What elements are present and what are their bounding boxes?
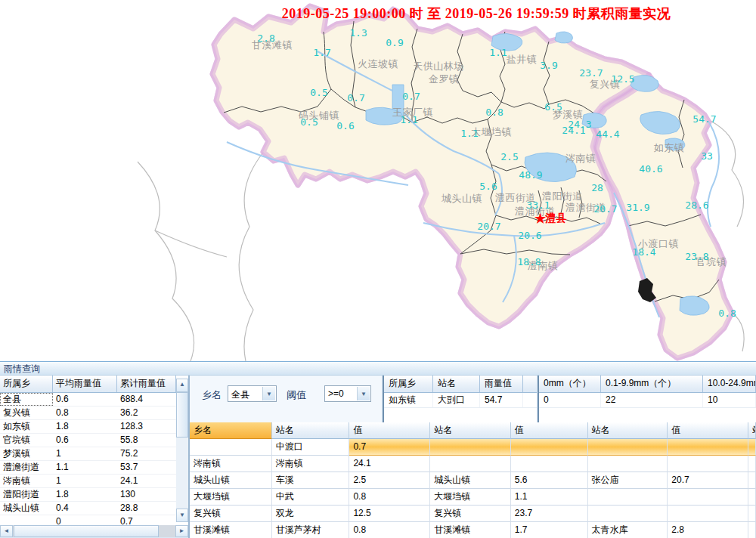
threshold-select[interactable]: >=0 ▼ <box>324 385 371 402</box>
rain-value-label: 28.6 <box>685 199 708 211</box>
cell: 24.1 <box>349 456 430 472</box>
cell <box>588 506 668 522</box>
arrow-left-icon: ◄ <box>4 527 10 534</box>
rain-value-label: 1.1 <box>400 114 417 125</box>
cell: 128.3 <box>117 420 176 433</box>
rain-value-label: 48.9 <box>519 169 542 181</box>
cell: 复兴镇 <box>0 407 53 419</box>
cell: 1 <box>53 447 117 460</box>
column-header[interactable]: 站名 <box>588 422 668 439</box>
column-header[interactable]: 乡名 <box>190 422 272 439</box>
cell: 城头山镇 <box>430 472 511 489</box>
cell: 大剅口 <box>433 393 480 407</box>
rain-value-label: 40.6 <box>639 163 662 175</box>
column-header[interactable]: 站名 <box>433 376 480 392</box>
column-header[interactable]: 0.1-9.9mm（个） <box>601 376 703 392</box>
table-row[interactable]: 涔南镇124.1 <box>0 475 188 488</box>
table-row[interactable]: 大堰垱镇中武0.8大堰垱镇1.1 <box>190 489 756 506</box>
panel-title: 雨情查询 <box>0 362 756 376</box>
table-row[interactable]: 澧澹街道1.153.7 <box>0 461 188 475</box>
table-row[interactable]: 如东镇1.8128.3 <box>0 420 188 434</box>
table-header: 乡名站名值站名值站名值站名 <box>190 422 756 439</box>
cell: 复兴镇 <box>430 506 511 522</box>
table-row[interactable]: 甘溪滩镇甘溪芦茅村0.8甘溪滩镇1.7太青水库2.8 <box>190 522 756 538</box>
table-row[interactable]: 梦溪镇175.2 <box>0 447 188 461</box>
table-row[interactable]: 中渡口0.7 <box>190 439 756 456</box>
column-header[interactable]: 值 <box>511 422 588 439</box>
town-select[interactable]: 全县 ▼ <box>228 385 277 402</box>
cell: 53.7 <box>117 461 176 474</box>
rain-value-label: 0.8 <box>485 107 503 118</box>
cell: 官垸镇 <box>0 434 53 447</box>
table-row[interactable]: 全县0.6688.4 <box>0 393 188 407</box>
table-row[interactable]: 复兴镇双龙12.5复兴镇23.7 <box>190 506 756 522</box>
cell: 5.6 <box>511 472 588 489</box>
town-label: 城头山镇 <box>442 192 482 206</box>
cell <box>430 456 511 472</box>
cell: 0.8 <box>53 407 117 419</box>
cell: 涔南镇 <box>272 456 350 472</box>
filter-zone: 乡名 全县 ▼ 阈值 >=0 ▼ <box>190 376 382 422</box>
cell: 1.1 <box>511 489 588 506</box>
column-header[interactable]: 站名 <box>748 422 756 439</box>
column-header[interactable]: 值 <box>349 422 430 439</box>
rain-value-label: 54.7 <box>692 113 716 125</box>
cell: 涔南镇 <box>190 456 272 472</box>
cell: 澧澹街道 <box>0 461 53 474</box>
station-values-table: 乡名站名值站名值站名值站名 中渡口0.7涔南镇涔南镇24.1城头山镇车溪2.5城… <box>190 422 756 538</box>
cell <box>748 489 756 506</box>
table-row[interactable]: 官垸镇0.655.8 <box>0 434 188 447</box>
table-row[interactable]: 城头山镇车溪2.5城头山镇5.6张公庙20.7 <box>190 472 756 489</box>
column-header[interactable]: 值 <box>668 422 748 439</box>
column-header[interactable]: 站名 <box>272 422 350 439</box>
column-header[interactable]: 平均雨量值 <box>53 376 117 392</box>
scroll-left-button[interactable]: ◄ <box>0 525 13 537</box>
table-row[interactable]: 涔南镇涔南镇24.1 <box>190 456 756 472</box>
table-header: 0mm（个）0.1-9.9mm（个）10.0-24.9mm（个） <box>539 376 756 393</box>
table-row[interactable]: 如东镇大剅口54.7 <box>384 393 537 408</box>
column-header[interactable]: 10.0-24.9mm（个） <box>703 376 756 392</box>
column-header[interactable]: 累计雨量值 <box>117 376 176 392</box>
rain-value-label: 20.7 <box>593 203 617 215</box>
table-header: 所属乡平均雨量值累计雨量值 <box>0 376 188 393</box>
map-title: 2019-05-25 19:00:00 时 至 2019-05-26 19:59… <box>282 5 671 23</box>
town-label: 涔南镇 <box>565 152 596 165</box>
cell <box>430 439 511 456</box>
table-row[interactable]: 复兴镇0.836.2 <box>0 407 188 420</box>
town-label: 金罗镇 <box>429 73 460 86</box>
rain-value-label: 0.6 <box>336 120 354 131</box>
cell: 10 <box>703 393 756 407</box>
table-row[interactable]: 澧阳街道1.8130 <box>0 488 188 502</box>
cell: 澧阳街道 <box>0 488 53 501</box>
cell: 55.8 <box>117 434 176 447</box>
arrow-up-icon: ▲ <box>179 381 185 388</box>
cell <box>511 439 588 456</box>
town-label: 火连坡镇 <box>358 57 398 71</box>
column-header[interactable]: 所属乡 <box>384 376 433 392</box>
chevron-down-icon[interactable]: ▼ <box>262 387 275 400</box>
column-header[interactable]: 0mm（个） <box>539 376 601 392</box>
scroll-up-button[interactable]: ▲ <box>176 379 188 392</box>
table-row[interactable]: 02210 <box>539 393 756 408</box>
cell: 大堰垱镇 <box>190 489 272 506</box>
column-header[interactable]: 所属乡 <box>0 376 53 392</box>
cell: 中武 <box>272 489 350 506</box>
scroll-down-button[interactable]: ▼ <box>176 509 188 522</box>
column-header[interactable]: 雨量值 <box>480 376 523 392</box>
rain-value-label: 2.5 <box>500 151 518 162</box>
cell: 梦溪镇 <box>0 447 53 460</box>
cell: 1 <box>53 475 117 487</box>
vertical-scrollbar-thumb[interactable] <box>176 392 188 438</box>
cell: 28.8 <box>117 502 176 515</box>
cell: 城头山镇 <box>190 472 272 489</box>
cell: 双龙 <box>272 506 350 522</box>
column-header[interactable]: 站名 <box>430 422 511 439</box>
table-row[interactable]: 城头山镇0.428.8 <box>0 502 188 515</box>
cell: 0.6 <box>53 393 117 406</box>
scroll-right-button[interactable]: ► <box>175 525 188 537</box>
cell: 2.5 <box>349 472 430 489</box>
cell: 0 <box>539 393 601 407</box>
rain-value-label: 31.9 <box>626 202 649 213</box>
horizontal-scrollbar-thumb[interactable] <box>14 525 159 537</box>
chevron-down-icon[interactable]: ▼ <box>357 387 370 400</box>
